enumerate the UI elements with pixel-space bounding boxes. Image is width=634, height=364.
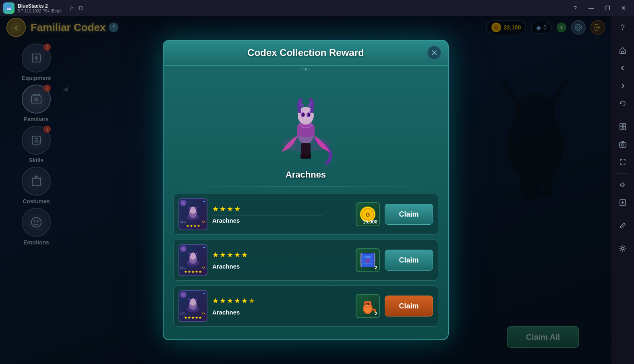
card-element-1: ✦ xyxy=(203,200,206,204)
app-info: BlueStacks 2 5.7.110.1002 P64 (Beta) xyxy=(18,3,62,13)
reward-row-2: ✦ LV.1 XX ★ ★ ★ xyxy=(173,240,438,281)
card-stars-bottom-2: ★ ★ ★ ★ ★ xyxy=(179,270,207,274)
svg-point-68 xyxy=(622,247,624,250)
reward-name-2: Arachnes xyxy=(212,263,351,270)
modal-overlay: Codex Collection Reward ✕ xyxy=(0,16,611,364)
svg-rect-64 xyxy=(623,127,626,129)
reward-count-1: 15,000 xyxy=(363,219,377,225)
reward-item-1: G 15,000 xyxy=(356,202,380,226)
card-level-1: LV.1 xyxy=(180,220,186,223)
card-element-3: ✦ xyxy=(203,292,206,296)
restore-button[interactable]: ❐ xyxy=(600,2,615,14)
minimize-button[interactable]: — xyxy=(584,2,599,14)
dot3 xyxy=(309,68,310,70)
reward-name-1: Arachnes xyxy=(212,217,351,224)
modal-close-button[interactable]: ✕ xyxy=(427,46,441,60)
toolbar-home[interactable] xyxy=(615,42,631,58)
close-button[interactable]: ✕ xyxy=(616,2,631,14)
toolbar-refresh[interactable] xyxy=(615,95,631,112)
card-stars-bottom-1: ★ ★ ★ ★ xyxy=(179,224,207,228)
card-element-badge-3 xyxy=(180,292,186,298)
character-name: Arachnes xyxy=(286,170,326,180)
layers-icon[interactable]: ⧉ xyxy=(79,4,83,12)
svg-point-58 xyxy=(366,303,368,305)
home-icon[interactable]: ⌂ xyxy=(70,4,74,12)
toolbar-sep-4 xyxy=(616,214,629,214)
reward-stars-3: ★ ★ ★ ★ ★ ★ xyxy=(212,296,351,305)
svg-point-48 xyxy=(365,259,370,263)
reward-item-3: 2 xyxy=(356,294,380,318)
card-element-2: ✦ xyxy=(203,246,206,250)
card-stars-bottom-3: ★ ★ ★ ★ ★ xyxy=(179,316,207,320)
modal-title: Codex Collection Reward xyxy=(247,47,364,58)
card-element-badge-1 xyxy=(180,200,186,206)
reward-info-3: ★ ★ ★ ★ ★ ★ Arachnes xyxy=(212,296,351,316)
toolbar-settings[interactable] xyxy=(615,240,631,256)
familiar-card-2: ✦ LV.1 XX ★ ★ ★ xyxy=(178,244,207,276)
svg-rect-65 xyxy=(619,143,626,147)
svg-point-31 xyxy=(308,113,310,116)
game-area: ‹ Familiar Codex ? G 22,100 ◆ 0 + xyxy=(0,16,611,364)
claim-button-2[interactable]: Claim xyxy=(385,250,433,271)
svg-rect-62 xyxy=(623,124,626,126)
claim-button-3[interactable]: Claim xyxy=(385,296,433,316)
toolbar-sep-3 xyxy=(616,173,629,174)
reward-info-1: ★ ★ ★ ★ Arachnes xyxy=(212,205,351,224)
toolbar-forward[interactable] xyxy=(615,78,631,94)
reward-stars-1: ★ ★ ★ ★ xyxy=(212,205,351,213)
card-xx-3: XX xyxy=(202,312,205,315)
toolbar-grid[interactable] xyxy=(615,118,631,134)
toolbar-camera[interactable] xyxy=(615,136,631,152)
familiar-card-3: ✦ LV.1 XX ★ ★ ★ xyxy=(178,290,207,322)
reward-count-2: 2 xyxy=(375,265,377,271)
dot2 xyxy=(305,68,307,70)
reward-item-2: 2 xyxy=(356,248,380,272)
help-button[interactable]: ? xyxy=(568,2,582,14)
title-bar-icons: ⌂ ⧉ xyxy=(70,4,83,12)
svg-point-51 xyxy=(190,298,196,306)
svg-point-38 xyxy=(190,207,196,214)
toolbar-sep-1 xyxy=(616,39,629,39)
app-icon: BS xyxy=(3,2,15,14)
app-name: BlueStacks 2 xyxy=(18,3,62,9)
dot1 xyxy=(301,68,303,70)
card-level-3: LV.1 xyxy=(180,312,186,315)
svg-point-66 xyxy=(622,144,624,146)
window-controls: ? — ❐ ✕ xyxy=(568,2,634,14)
toolbar-resize[interactable] xyxy=(615,154,631,170)
toolbar-volume[interactable] xyxy=(615,177,631,193)
modal-divider xyxy=(173,186,438,187)
reward-modal: Codex Collection Reward ✕ xyxy=(163,40,449,340)
reward-stars-2: ★ ★ ★ ★ ★ xyxy=(212,250,351,259)
familiar-card-1: ✦ LV.1 XX ★ ★ ★ xyxy=(178,198,207,230)
toolbar-search[interactable]: ? xyxy=(615,19,631,35)
card-level-2: LV.1 xyxy=(180,266,186,269)
reward-rows: ✦ LV.1 XX ★ ★ ★ xyxy=(164,190,448,330)
claim-button-1[interactable]: Claim xyxy=(385,204,433,225)
reward-row-3: ✦ LV.1 XX ★ ★ ★ xyxy=(173,285,438,327)
svg-rect-63 xyxy=(620,127,622,129)
title-bar: BS BlueStacks 2 5.7.110.1002 P64 (Beta) … xyxy=(0,0,634,16)
toolbar-back[interactable] xyxy=(615,60,631,76)
toolbar-edit[interactable] xyxy=(615,217,631,234)
toolbar-sep-5 xyxy=(616,237,629,237)
modal-title-bar: Codex Collection Reward ✕ xyxy=(164,41,448,66)
reward-row-1: ✦ LV.1 XX ★ ★ ★ xyxy=(173,194,438,235)
right-toolbar: ? xyxy=(611,16,634,364)
card-element-badge-2 xyxy=(180,246,186,252)
svg-point-59 xyxy=(368,303,369,305)
svg-point-30 xyxy=(302,113,305,116)
card-xx-2: XX xyxy=(202,266,205,269)
svg-rect-60 xyxy=(622,52,624,54)
reward-name-3: Arachnes xyxy=(212,309,351,316)
toolbar-sep-2 xyxy=(616,115,629,115)
app-version: 5.7.110.1002 P64 (Beta) xyxy=(18,9,62,13)
reward-divider-2 xyxy=(212,261,323,261)
card-xx-1: XX xyxy=(202,220,205,223)
toolbar-fullscreen[interactable] xyxy=(615,194,631,211)
svg-point-45 xyxy=(190,252,196,260)
svg-rect-35 xyxy=(305,154,311,159)
character-sprite xyxy=(269,79,342,168)
reward-count-3: 2 xyxy=(375,311,377,316)
reward-info-2: ★ ★ ★ ★ ★ Arachnes xyxy=(212,250,351,270)
